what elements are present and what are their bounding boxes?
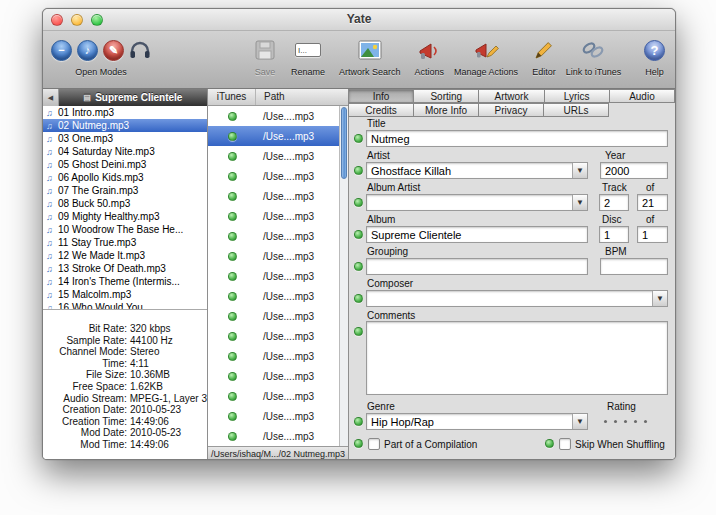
music-file-icon: ♫ bbox=[46, 160, 58, 170]
itunes-status-dot bbox=[228, 332, 237, 341]
file-list-item[interactable]: ♫04 Saturday Nite.mp3 bbox=[43, 145, 207, 158]
titlebar[interactable]: Yate bbox=[43, 9, 675, 31]
genre-combo[interactable]: ▼ bbox=[366, 413, 588, 430]
file-list-item[interactable]: ♫11 Stay True.mp3 bbox=[43, 236, 207, 249]
path-scrollbar-thumb[interactable] bbox=[341, 107, 347, 179]
path-list-row[interactable]: /Use....mp3 bbox=[208, 266, 348, 286]
file-list-item[interactable]: ♫03 One.mp3 bbox=[43, 132, 207, 145]
tab-more-info[interactable]: More Info bbox=[413, 103, 479, 117]
file-list-item[interactable]: ♫01 Intro.mp3 bbox=[43, 106, 207, 119]
album-artist-dropdown-arrow[interactable]: ▼ bbox=[572, 195, 587, 210]
grouping-input[interactable] bbox=[366, 258, 588, 275]
album-artist-combo[interactable]: ▼ bbox=[366, 194, 588, 211]
file-list-item[interactable]: ♫15 Malcolm.mp3 bbox=[43, 288, 207, 301]
rating-dots[interactable] bbox=[604, 420, 647, 423]
link-itunes-button[interactable]: Link to iTunes bbox=[566, 36, 622, 77]
path-column-header-label[interactable]: Path bbox=[256, 89, 348, 105]
tab-lyrics[interactable]: Lyrics bbox=[544, 89, 610, 103]
path-list-row[interactable]: /Use....mp3 bbox=[208, 326, 348, 346]
close-button[interactable] bbox=[51, 14, 63, 26]
composer-dropdown-arrow[interactable]: ▼ bbox=[652, 291, 667, 306]
artwork-search-button[interactable]: Artwork Search bbox=[339, 36, 401, 77]
path-list-row[interactable]: /Use....mp3 bbox=[208, 246, 348, 266]
back-arrow-button[interactable]: ◀ bbox=[43, 89, 59, 106]
zoom-button[interactable] bbox=[91, 14, 103, 26]
path-list-row[interactable]: /Use....mp3 bbox=[208, 146, 348, 166]
tab-privacy[interactable]: Privacy bbox=[478, 103, 544, 117]
path-list-row[interactable]: /Use....mp3 bbox=[208, 166, 348, 186]
file-list-item[interactable]: ♫06 Apollo Kids.mp3 bbox=[43, 171, 207, 184]
file-list-item[interactable]: ♫14 Iron's Theme (Intermis... bbox=[43, 275, 207, 288]
path-list-row[interactable]: /Use....mp3 bbox=[208, 346, 348, 366]
editor-button[interactable]: Editor bbox=[532, 36, 556, 77]
path-list-row[interactable]: /Use....mp3 bbox=[208, 206, 348, 226]
file-list-item[interactable]: ♫09 Mighty Healthy.mp3 bbox=[43, 210, 207, 223]
tab-urls[interactable]: URLs bbox=[543, 103, 609, 117]
path-list-row[interactable]: /Use....mp3 bbox=[208, 186, 348, 206]
path-list-row[interactable]: /Use....mp3 bbox=[208, 226, 348, 246]
track-total-input[interactable] bbox=[637, 194, 668, 211]
help-button[interactable]: ? Help bbox=[644, 36, 665, 77]
artwork-search-label: Artwork Search bbox=[339, 67, 401, 77]
path-list-row[interactable]: /Use....mp3 bbox=[208, 366, 348, 386]
path-scrollbar[interactable] bbox=[339, 106, 348, 446]
artist-combo[interactable]: ▼ bbox=[366, 162, 588, 179]
tab-sorting[interactable]: Sorting bbox=[413, 89, 479, 103]
file-list-item[interactable]: ♫12 We Made It.mp3 bbox=[43, 249, 207, 262]
album-input[interactable] bbox=[366, 226, 588, 243]
file-list-item[interactable]: ♫05 Ghost Deini.mp3 bbox=[43, 158, 207, 171]
actions-button[interactable]: Actions bbox=[415, 36, 445, 77]
title-label: Title bbox=[367, 118, 386, 129]
artist-dropdown-arrow[interactable]: ▼ bbox=[572, 163, 587, 178]
compilation-checkbox[interactable] bbox=[368, 438, 380, 450]
album-artist-input[interactable] bbox=[366, 194, 588, 211]
compilation-checkbox-label: Part of a Compilation bbox=[384, 439, 477, 450]
bpm-input[interactable] bbox=[600, 258, 668, 275]
comments-textarea[interactable] bbox=[366, 321, 668, 395]
tab-credits[interactable]: Credits bbox=[348, 103, 414, 117]
path-list-row[interactable]: /Use....mp3 bbox=[208, 286, 348, 306]
tab-audio[interactable]: Audio bbox=[609, 89, 675, 103]
title-input[interactable] bbox=[366, 130, 668, 147]
headphones-icon[interactable] bbox=[129, 36, 151, 64]
file-list-item[interactable]: ♫02 Nutmeg.mp3 bbox=[43, 119, 207, 132]
file-path: /Use....mp3 bbox=[263, 131, 314, 142]
genre-input[interactable] bbox=[366, 413, 588, 430]
composer-input[interactable] bbox=[366, 290, 668, 307]
file-list-item[interactable]: ♫08 Buck 50.mp3 bbox=[43, 197, 207, 210]
path-list-row[interactable]: /Use....mp3 bbox=[208, 406, 348, 426]
genre-dropdown-arrow[interactable]: ▼ bbox=[572, 414, 587, 429]
tab-info[interactable]: Info bbox=[348, 89, 414, 103]
skip-shuffling-checkbox[interactable] bbox=[559, 438, 571, 450]
rename-button[interactable]: I... Rename bbox=[291, 36, 325, 77]
music-mode-icon[interactable]: ♪ bbox=[77, 40, 98, 61]
file-name: 16 Who Would You... bbox=[58, 302, 151, 309]
disc-number-input[interactable] bbox=[599, 226, 629, 243]
path-list-row[interactable]: /Use....mp3 bbox=[208, 106, 348, 126]
itunes-column-header[interactable]: iTunes bbox=[208, 89, 256, 105]
path-list-row[interactable]: /Use....mp3 bbox=[208, 306, 348, 326]
path-list-row[interactable]: /Use....mp3 bbox=[208, 426, 348, 446]
file-list-item[interactable]: ♫10 Woodrow The Base He... bbox=[43, 223, 207, 236]
album-artist-label: Album Artist bbox=[367, 182, 420, 193]
file-list-item[interactable]: ♫16 Who Would You... bbox=[43, 301, 207, 309]
rename-label: Rename bbox=[291, 67, 325, 77]
edit-mode-icon[interactable]: ✎ bbox=[103, 40, 124, 61]
path-list-row[interactable]: /Use....mp3 bbox=[208, 386, 348, 406]
save-button[interactable]: Save bbox=[253, 36, 277, 77]
remove-mode-icon[interactable]: − bbox=[51, 40, 72, 61]
path-list-row[interactable]: /Use....mp3 bbox=[208, 126, 348, 146]
file-list-item[interactable]: ♫13 Stroke Of Death.mp3 bbox=[43, 262, 207, 275]
minimize-button[interactable] bbox=[71, 14, 83, 26]
skip-shuffling-checkbox-label: Skip When Shuffling bbox=[575, 439, 665, 450]
file-list-item[interactable]: ♫07 The Grain.mp3 bbox=[43, 184, 207, 197]
album-header[interactable]: ▤ Supreme Clientele bbox=[59, 89, 207, 106]
tab-artwork[interactable]: Artwork bbox=[478, 89, 544, 103]
manage-actions-button[interactable]: Manage Actions bbox=[454, 36, 518, 77]
track-number-input[interactable] bbox=[599, 194, 629, 211]
file-name: 10 Woodrow The Base He... bbox=[58, 224, 183, 235]
year-input[interactable] bbox=[600, 162, 668, 179]
artist-input[interactable] bbox=[366, 162, 588, 179]
disc-total-input[interactable] bbox=[637, 226, 668, 243]
composer-combo[interactable]: ▼ bbox=[366, 290, 668, 307]
